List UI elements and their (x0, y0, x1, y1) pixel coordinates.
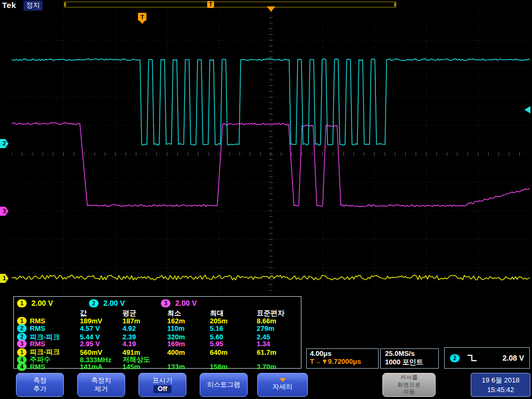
measurement-value: 400m (167, 348, 210, 356)
time-label: 15:45:42 (487, 385, 514, 395)
trigger-readout: 2 2.08 V (444, 347, 530, 369)
measurement-table: 값평균최소최대표준편차1RMS189mV187m162m205m8.66m2RM… (17, 308, 301, 370)
menu-button-histogram[interactable]: 히스토그램 (200, 373, 248, 397)
channel3-position-marker[interactable]: 3 (0, 207, 9, 216)
trigger-slope-icon (467, 354, 478, 362)
volts-per-div-label: 2.00 V (175, 299, 197, 307)
trigger-position-readout: T→▼9.72000μs (310, 357, 375, 365)
measurement-value: 4.19 (122, 340, 167, 348)
measurement-row: 2피크-피크5.44 V2.39320m5.602.45 (17, 332, 301, 340)
record-trigger-marker-icon[interactable]: T (207, 1, 214, 8)
record-bar-right-tick (394, 3, 396, 6)
measurement-value: 187m (122, 317, 167, 325)
timebase-readout: 4.00μs T→▼9.72000μs (306, 348, 379, 369)
measurement-value: 162m (167, 317, 210, 325)
measurement-row: 1피크-피크560mV491m400m640m61.7m (17, 347, 301, 355)
measurement-value: 640m (210, 348, 257, 356)
channel2-scale[interactable]: 22.00 V (89, 299, 161, 307)
tek-logo: Tek (2, 1, 16, 10)
oscilloscope-screen: Tek 정지 T T 2 3 1 12.00 V22.00 V32.00 V 값… (0, 0, 532, 399)
channel1-position-marker[interactable]: 1 (0, 274, 9, 283)
record-bar-left-tick (64, 3, 66, 6)
measurement-header-row: 값평균최소최대표준편차 (17, 308, 301, 317)
trigger-level-arrow-icon[interactable] (525, 106, 530, 113)
measurement-value: 3.70m (257, 363, 301, 371)
measurement-value: 5.16 (210, 324, 257, 332)
trigger-arrow-icon: T→▼ (310, 357, 328, 365)
trigger-source-badge: 2 (450, 354, 460, 362)
channel-scale-row: 12.00 V22.00 V32.00 V (17, 298, 301, 308)
measurement-value: 110m (167, 324, 210, 332)
menu-button-label: 화면으로 (397, 381, 421, 388)
measurement-value: 145m (122, 363, 167, 371)
measurement-value: 4.92 (122, 324, 167, 332)
menu-button-label: 이동 (403, 388, 415, 395)
datetime-box: 19 6월 2018 15:45:42 (471, 373, 530, 397)
measurement-value: 2.95 V (80, 340, 122, 348)
date-label: 19 6월 2018 (482, 376, 520, 385)
measurement-value: 4.57 V (80, 324, 122, 332)
measurement-row: 4RMS141mA145m133m158m3.70m (17, 363, 301, 370)
measurement-value: 189mV (80, 317, 122, 325)
menu-button-label: 측정치 (91, 377, 111, 385)
measurement-name: RMS (30, 363, 45, 371)
menu-button-more-details[interactable]: 자세히 (257, 373, 308, 397)
measurement-value: 141mA (80, 363, 122, 371)
timebase-scale: 4.00μs (310, 349, 375, 357)
menu-button-label: 제거 (95, 385, 108, 393)
acquisition-readout: 25.0MS/s 1000 포인트 (380, 348, 439, 369)
measurement-row: 2RMS4.57 V4.92110m5.16279m (17, 324, 301, 332)
measurement-value: 5.95 (210, 340, 257, 348)
menu-button-indicators[interactable]: 표시기Off (138, 373, 186, 397)
menu-button-label: 표시기 (152, 377, 173, 385)
record-view-bar[interactable]: T (64, 2, 396, 7)
channel1-scale[interactable]: 12.00 V (17, 299, 89, 307)
measurement-panel: 12.00 V22.00 V32.00 V 값평균최소최대표준편차1RMS189… (13, 296, 301, 369)
volts-per-div-label: 2.00 V (103, 299, 125, 307)
trigger-position-value: 9.72000μs (328, 357, 361, 365)
submenu-arrow-icon (280, 378, 286, 382)
measurement-value: 205m (210, 317, 257, 325)
menu-button-value: Off (153, 385, 171, 393)
acquisition-status: 정지 (23, 1, 43, 11)
measurement-value: 61.7m (257, 348, 301, 356)
menu-button-label: 자세히 (273, 383, 293, 391)
trigger-level-value: 2.08 V (503, 354, 524, 362)
measurement-value: 158m (210, 363, 257, 371)
channel-badge: 2 (89, 299, 99, 307)
menu-button-label: 측정 (34, 377, 47, 385)
channel2-position-marker[interactable]: 2 (0, 139, 9, 148)
waveform-display (12, 12, 530, 296)
channel3-scale[interactable]: 32.00 V (161, 299, 233, 307)
measurement-name: RMS (30, 340, 45, 348)
menu-button-label: 히스토그램 (207, 381, 241, 389)
measurement-value: 560mV (80, 348, 122, 356)
menu-button-add-measurement[interactable]: 측정추가 (16, 373, 64, 397)
measurement-row: 1RMS189mV187m162m205m8.66m (17, 317, 301, 324)
measurement-value: 8.66m (257, 317, 301, 325)
channel-badge: 2 (17, 324, 27, 332)
channel-badge: 1 (17, 299, 27, 307)
sample-rate: 25.0MS/s (385, 349, 434, 357)
measurement-row: 3RMS2.95 V4.19169m5.951.34 (17, 340, 301, 347)
channel-badge: 3 (161, 299, 170, 307)
menu-button-move-cursor-to-screen: 커서를화면으로이동 (382, 373, 436, 397)
measurement-value: 169m (167, 340, 210, 348)
menu-button-label: 커서를 (400, 374, 418, 381)
measurement-value: 1.34 (257, 340, 301, 348)
channel-badge: 3 (17, 340, 27, 348)
menu-button-label: 추가 (34, 385, 47, 393)
waveform-svg (12, 12, 530, 296)
channel-badge: 1 (17, 317, 27, 325)
measurement-value: 279m (257, 324, 301, 332)
volts-per-div-label: 2.00 V (31, 299, 53, 307)
trigger-time-flag-icon[interactable]: T (138, 13, 146, 21)
menu-button-remove-measurement[interactable]: 측정치제거 (77, 373, 125, 397)
record-length: 1000 포인트 (385, 357, 434, 367)
measurement-name: RMS (30, 317, 45, 325)
trigger-position-arrow-icon[interactable] (267, 6, 275, 12)
measurement-value: 133m (167, 363, 210, 371)
measurement-name: RMS (30, 324, 45, 332)
channel-badge: 4 (17, 363, 27, 371)
